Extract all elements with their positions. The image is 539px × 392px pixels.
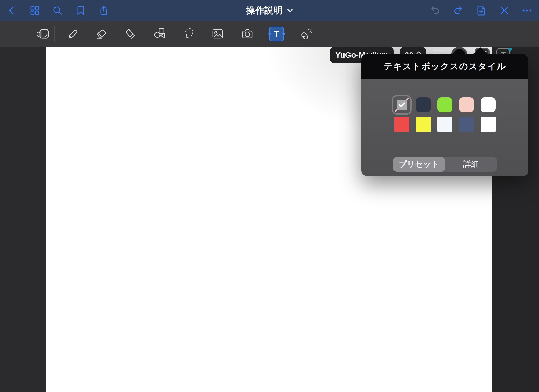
redo-icon bbox=[453, 5, 464, 16]
style-swatch-grid bbox=[394, 97, 496, 132]
pages-grid-icon bbox=[29, 5, 40, 16]
back-button[interactable] bbox=[4, 3, 19, 18]
pages-grid-button[interactable] bbox=[27, 3, 42, 18]
canvas-left-gutter bbox=[0, 47, 46, 392]
swatch-yellow[interactable] bbox=[416, 117, 431, 132]
undo-icon bbox=[429, 5, 441, 16]
eraser-icon bbox=[94, 26, 109, 42]
toolbar: T YuGo-Medium bbox=[0, 21, 539, 47]
swatch-none-diagonal[interactable] bbox=[394, 97, 409, 112]
popover-tab-bar: プリセット 詳細 bbox=[393, 157, 497, 172]
tab-detail[interactable]: 詳細 bbox=[445, 157, 497, 172]
page-title: 操作説明 bbox=[246, 4, 283, 17]
swatch-slate-blue[interactable] bbox=[459, 117, 474, 132]
checkmark-icon bbox=[397, 100, 407, 110]
more-button[interactable] bbox=[520, 3, 534, 18]
image-tool[interactable] bbox=[210, 26, 226, 42]
pen-tool[interactable] bbox=[65, 26, 81, 42]
share-button[interactable] bbox=[96, 3, 111, 18]
add-page-icon bbox=[475, 5, 487, 16]
document-title-menu[interactable]: 操作説明 bbox=[246, 4, 293, 17]
toolbar-divider bbox=[323, 26, 323, 42]
camera-icon bbox=[240, 26, 255, 42]
toggle-edit-button[interactable] bbox=[497, 3, 512, 18]
redo-button[interactable] bbox=[451, 3, 466, 18]
camera-tool[interactable] bbox=[239, 26, 255, 42]
swatch-white-2[interactable] bbox=[481, 117, 496, 132]
swatch-red[interactable] bbox=[394, 117, 409, 132]
text-tool-selected-icon: T bbox=[269, 27, 284, 41]
pen-icon bbox=[65, 26, 81, 42]
text-align-icon bbox=[433, 50, 443, 51]
image-icon bbox=[210, 26, 225, 42]
search-button[interactable] bbox=[50, 3, 65, 18]
text-tool[interactable]: T bbox=[269, 26, 285, 42]
laser-pointer-tool[interactable] bbox=[298, 26, 314, 42]
page-view-icon bbox=[36, 26, 51, 42]
page-view-tool[interactable] bbox=[36, 26, 51, 42]
lasso-icon bbox=[182, 26, 197, 42]
laser-pointer-icon bbox=[298, 26, 314, 42]
swatch-pink[interactable] bbox=[459, 97, 474, 112]
lasso-tool[interactable] bbox=[181, 26, 197, 42]
chevron-down-icon bbox=[287, 9, 293, 12]
diagonal-none-icon bbox=[394, 97, 409, 112]
bookmark-button[interactable] bbox=[73, 3, 88, 18]
bookmark-icon bbox=[75, 5, 86, 16]
undo-button[interactable] bbox=[427, 3, 442, 18]
textbox-style-popover: テキストボックスのスタイル プリセット 詳細 bbox=[361, 54, 528, 176]
app-screen: 操作説明 bbox=[0, 0, 539, 392]
share-icon bbox=[98, 5, 109, 16]
search-icon bbox=[52, 5, 63, 16]
popover-title: テキストボックスのスタイル bbox=[384, 61, 506, 72]
tab-preset[interactable]: プリセット bbox=[393, 157, 445, 172]
swatch-light-blue[interactable] bbox=[437, 117, 452, 132]
shapes-icon bbox=[152, 26, 168, 42]
highlighter-icon bbox=[123, 26, 138, 42]
heart-icon: ♥ bbox=[507, 45, 512, 54]
popover-header: テキストボックスのスタイル bbox=[361, 54, 528, 79]
back-icon bbox=[7, 5, 17, 16]
highlighter-tool[interactable] bbox=[122, 26, 138, 42]
swatch-white-1[interactable] bbox=[481, 97, 496, 112]
toolbar-divider bbox=[54, 26, 55, 42]
eraser-tool[interactable] bbox=[93, 26, 109, 42]
ellipsis-icon bbox=[521, 5, 533, 16]
shapes-tool[interactable] bbox=[152, 26, 168, 42]
pencil-cross-icon bbox=[498, 5, 510, 16]
add-page-button[interactable] bbox=[474, 3, 488, 18]
navbar: 操作説明 bbox=[0, 0, 539, 21]
swatch-dark-navy[interactable] bbox=[416, 97, 431, 112]
swatch-green[interactable] bbox=[437, 97, 452, 112]
